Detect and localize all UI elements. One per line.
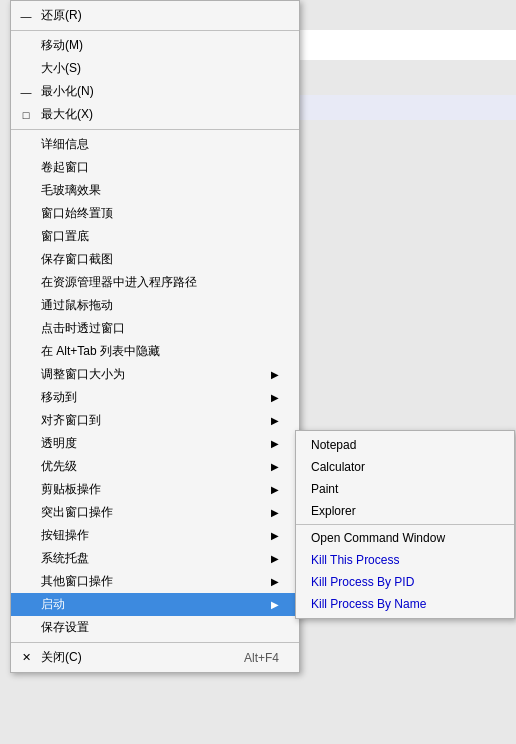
submenu-item-explorer[interactable]: Explorer — [296, 500, 514, 522]
menu-item-drag-label: 通过鼠标拖动 — [41, 297, 113, 314]
menu-item-moveto-label: 移动到 — [41, 389, 77, 406]
menu-item-alignto[interactable]: 对齐窗口到 ▶ — [11, 409, 299, 432]
menu-item-alwaysontop[interactable]: 窗口始终置顶 — [11, 202, 299, 225]
main-context-menu: — 还原(R) 移动(M) 大小(S) — 最小化(N) □ 最大化(X) 详细… — [10, 0, 300, 673]
menu-item-close-label: 关闭(C) — [41, 649, 82, 666]
submenu-item-paint[interactable]: Paint — [296, 478, 514, 500]
menu-item-minimize-label: 最小化(N) — [41, 83, 94, 100]
menu-item-alwaysontop-label: 窗口始终置顶 — [41, 205, 113, 222]
menu-item-resize-label: 调整窗口大小为 — [41, 366, 125, 383]
menu-item-otherwindow-label: 其他窗口操作 — [41, 573, 113, 590]
menu-item-launch-label: 启动 — [41, 596, 65, 613]
separator-3 — [11, 642, 299, 643]
submenu-item-notepad[interactable]: Notepad — [296, 434, 514, 456]
menu-item-launch[interactable]: 启动 ▶ — [11, 593, 299, 616]
menu-item-clickthrough[interactable]: 点击时透过窗口 — [11, 317, 299, 340]
check-minimize: — — [16, 86, 36, 98]
arrow-moveto-icon: ▶ — [271, 392, 279, 403]
menu-item-depth[interactable]: 窗口置底 — [11, 225, 299, 248]
submenu-item-notepad-label: Notepad — [311, 438, 356, 452]
menu-item-transparency[interactable]: 透明度 ▶ — [11, 432, 299, 455]
menu-item-priority[interactable]: 优先级 ▶ — [11, 455, 299, 478]
menu-item-rollup-label: 卷起窗口 — [41, 159, 89, 176]
arrow-clipboard-icon: ▶ — [271, 484, 279, 495]
arrow-transparency-icon: ▶ — [271, 438, 279, 449]
submenu-item-calculator[interactable]: Calculator — [296, 456, 514, 478]
menu-item-explorer-path-label: 在资源管理器中进入程序路径 — [41, 274, 197, 291]
separator-2 — [11, 129, 299, 130]
menu-item-close[interactable]: ✕ 关闭(C) Alt+F4 — [11, 646, 299, 669]
menu-item-savesettings[interactable]: 保存设置 — [11, 616, 299, 639]
check-maximize: □ — [16, 109, 36, 121]
menu-item-details-label: 详细信息 — [41, 136, 89, 153]
menu-item-systray[interactable]: 系统托盘 ▶ — [11, 547, 299, 570]
submenu-item-opencmd[interactable]: Open Command Window — [296, 527, 514, 549]
menu-item-size[interactable]: 大小(S) — [11, 57, 299, 80]
submenu-item-killbypid-label: Kill Process By PID — [311, 575, 414, 589]
menu-item-close-shortcut: Alt+F4 — [214, 651, 279, 665]
menu-item-clickthrough-label: 点击时透过窗口 — [41, 320, 125, 337]
arrow-otherwindow-icon: ▶ — [271, 576, 279, 587]
menu-item-rollup[interactable]: 卷起窗口 — [11, 156, 299, 179]
menu-item-maximize[interactable]: □ 最大化(X) — [11, 103, 299, 126]
sub-separator-1 — [296, 524, 514, 525]
submenu-item-killprocess-label: Kill This Process — [311, 553, 399, 567]
submenu-item-opencmd-label: Open Command Window — [311, 531, 445, 545]
menu-item-otherwindow[interactable]: 其他窗口操作 ▶ — [11, 570, 299, 593]
menu-item-size-label: 大小(S) — [41, 60, 81, 77]
menu-item-alignto-label: 对齐窗口到 — [41, 412, 101, 429]
menu-item-drag[interactable]: 通过鼠标拖动 — [11, 294, 299, 317]
menu-item-savesettings-label: 保存设置 — [41, 619, 89, 636]
submenu-item-killbyname[interactable]: Kill Process By Name — [296, 593, 514, 615]
separator-1 — [11, 30, 299, 31]
submenu-item-explorer-label: Explorer — [311, 504, 356, 518]
arrow-systray-icon: ▶ — [271, 553, 279, 564]
arrow-priority-icon: ▶ — [271, 461, 279, 472]
menu-item-moveto[interactable]: 移动到 ▶ — [11, 386, 299, 409]
menu-item-buttonops-label: 按钮操作 — [41, 527, 89, 544]
arrow-resize-icon: ▶ — [271, 369, 279, 380]
menu-item-screenshot-label: 保存窗口截图 — [41, 251, 113, 268]
menu-item-maximize-label: 最大化(X) — [41, 106, 93, 123]
submenu-item-killprocess[interactable]: Kill This Process — [296, 549, 514, 571]
arrow-alignto-icon: ▶ — [271, 415, 279, 426]
submenu-item-killbypid[interactable]: Kill Process By PID — [296, 571, 514, 593]
menu-item-depth-label: 窗口置底 — [41, 228, 89, 245]
menu-item-alttabhide[interactable]: 在 Alt+Tab 列表中隐藏 — [11, 340, 299, 363]
menu-item-blur[interactable]: 毛玻璃效果 — [11, 179, 299, 202]
menu-item-windowhighlight[interactable]: 突出窗口操作 ▶ — [11, 501, 299, 524]
menu-item-buttonops[interactable]: 按钮操作 ▶ — [11, 524, 299, 547]
arrow-windowhighlight-icon: ▶ — [271, 507, 279, 518]
menu-item-priority-label: 优先级 — [41, 458, 77, 475]
arrow-buttonops-icon: ▶ — [271, 530, 279, 541]
menu-item-minimize[interactable]: — 最小化(N) — [11, 80, 299, 103]
submenu-item-calculator-label: Calculator — [311, 460, 365, 474]
menu-item-details[interactable]: 详细信息 — [11, 133, 299, 156]
submenu-launch: Notepad Calculator Paint Explorer Open C… — [295, 430, 515, 619]
check-restore: — — [16, 10, 36, 22]
menu-item-move-label: 移动(M) — [41, 37, 83, 54]
check-close: ✕ — [16, 651, 36, 664]
menu-item-clipboard-label: 剪贴板操作 — [41, 481, 101, 498]
menu-item-screenshot[interactable]: 保存窗口截图 — [11, 248, 299, 271]
menu-item-move[interactable]: 移动(M) — [11, 34, 299, 57]
menu-item-clipboard[interactable]: 剪贴板操作 ▶ — [11, 478, 299, 501]
menu-item-resize[interactable]: 调整窗口大小为 ▶ — [11, 363, 299, 386]
menu-item-explorer-path[interactable]: 在资源管理器中进入程序路径 — [11, 271, 299, 294]
menu-item-restore[interactable]: — 还原(R) — [11, 4, 299, 27]
menu-item-blur-label: 毛玻璃效果 — [41, 182, 101, 199]
submenu-item-paint-label: Paint — [311, 482, 338, 496]
menu-item-windowhighlight-label: 突出窗口操作 — [41, 504, 113, 521]
menu-item-alttabhide-label: 在 Alt+Tab 列表中隐藏 — [41, 343, 160, 360]
arrow-launch-icon: ▶ — [271, 599, 279, 610]
menu-item-restore-label: 还原(R) — [41, 7, 82, 24]
menu-item-systray-label: 系统托盘 — [41, 550, 89, 567]
submenu-item-killbyname-label: Kill Process By Name — [311, 597, 426, 611]
menu-item-transparency-label: 透明度 — [41, 435, 77, 452]
